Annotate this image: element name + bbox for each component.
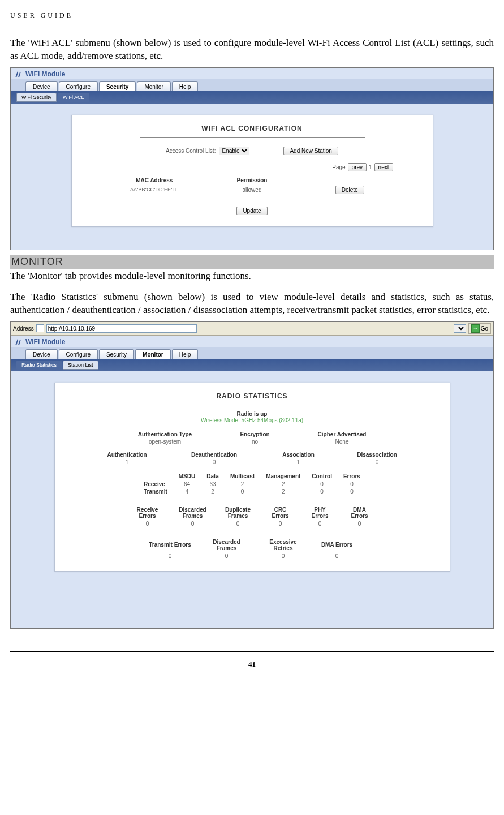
update-button[interactable]: Update	[236, 207, 267, 215]
page-label: Page	[332, 164, 345, 170]
subtab-radio-stats[interactable]: Radio Statistics	[16, 361, 62, 370]
wireless-mode: Wireless Mode: 5GHz 54Mbps (802.11a)	[77, 417, 427, 423]
screenshot-radio-stats: Address → Go WiFi Module Device Configur…	[10, 321, 494, 629]
main-tab-row: Device Configure Security Monitor Help	[11, 79, 493, 91]
sub-tab-row: WiFi Security WiFi ACL	[11, 91, 493, 104]
encryption-header: Encryption	[230, 431, 281, 437]
para-wifi-acl: The 'WiFi ACL' submenu (shown below) is …	[10, 37, 494, 63]
go-button[interactable]: → Go	[468, 323, 491, 334]
disassoc-value: 0	[349, 459, 406, 465]
page-icon	[36, 324, 44, 332]
auth-value: 1	[99, 459, 156, 465]
prev-button[interactable]: prev	[348, 163, 367, 171]
deauth-value: 0	[180, 459, 248, 465]
tab-help[interactable]: Help	[172, 349, 199, 359]
screenshot-wifi-acl: WiFi Module Device Configure Security Mo…	[10, 67, 494, 250]
tx-errors-table: Transmit Errors Discarded Frames Excessi…	[142, 538, 363, 560]
tab-monitor[interactable]: Monitor	[135, 349, 171, 359]
app-logo-icon	[14, 70, 22, 78]
address-bar: Address → Go	[11, 322, 493, 336]
cipher-value: None	[305, 439, 379, 445]
acl-label: Access Control List:	[166, 148, 216, 154]
tab-security[interactable]: Security	[99, 349, 134, 359]
acl-select[interactable]: Enable	[219, 147, 249, 155]
tab-device[interactable]: Device	[25, 349, 58, 359]
auth-header: Authentication	[99, 452, 156, 458]
mac-value[interactable]: AA:BB:CC:DD:EE:FF	[111, 187, 198, 192]
address-label: Address	[13, 325, 34, 332]
rx-errors-table: Receive Errors Discarded Frames Duplicat…	[125, 505, 380, 527]
tab-configure[interactable]: Configure	[59, 82, 98, 91]
app-title: WiFi Module	[25, 338, 66, 346]
page-number-value: 1	[369, 164, 372, 170]
section-monitor-heading: MONITOR	[10, 255, 494, 269]
subtab-wifi-acl[interactable]: WiFi ACL	[58, 93, 89, 102]
tab-monitor[interactable]: Monitor	[137, 82, 170, 91]
sub-tab-row: Radio Statistics Station List	[11, 359, 493, 371]
disassoc-header: Disassociation	[349, 452, 406, 458]
perm-value: allowed	[209, 187, 295, 193]
address-dropdown[interactable]	[454, 324, 466, 333]
radio-stats-panel: RADIO STATISTICS Radio is up Wireless Mo…	[54, 383, 450, 572]
acl-panel: WIFI ACL CONFIGURATION Access Control Li…	[71, 115, 433, 227]
rx-tx-table: MSDU Data Multicast Management Control E…	[138, 472, 366, 495]
next-button[interactable]: next	[374, 163, 393, 171]
main-tab-row: Device Configure Security Monitor Help	[11, 347, 493, 359]
tab-device[interactable]: Device	[25, 82, 58, 91]
assoc-value: 1	[273, 459, 324, 465]
cipher-header: Cipher Advertised	[305, 431, 379, 437]
subtab-wifi-security[interactable]: WiFi Security	[16, 93, 57, 102]
para-monitor-intro: The 'Monitor' tab provides module-level …	[10, 270, 494, 283]
auth-type-value: open-system	[126, 439, 205, 445]
footer-divider	[10, 651, 494, 652]
app-logo-icon	[14, 338, 22, 346]
para-radio-stats: The 'Radio Statistics' submenu (shown be…	[10, 291, 494, 317]
address-input[interactable]	[46, 324, 197, 333]
perm-header: Permission	[209, 177, 295, 183]
acl-panel-title: WIFI ACL CONFIGURATION	[140, 125, 365, 138]
subtab-station-list[interactable]: Station List	[63, 361, 98, 370]
page-number: 41	[0, 660, 504, 669]
go-arrow-icon: →	[471, 324, 480, 333]
radio-panel-title: RADIO STATISTICS	[134, 392, 371, 405]
app-title: WiFi Module	[25, 70, 66, 78]
delete-button[interactable]: Delete	[335, 186, 364, 194]
tab-security[interactable]: Security	[99, 82, 136, 91]
assoc-header: Association	[273, 452, 324, 458]
auth-type-header: Authentication Type	[126, 431, 205, 437]
tab-configure[interactable]: Configure	[59, 349, 98, 359]
radio-status: Radio is up	[77, 411, 427, 417]
mac-header: MAC Address	[111, 177, 198, 183]
deauth-header: Deauthentication	[180, 452, 248, 458]
add-station-button[interactable]: Add New Station	[283, 147, 338, 155]
encryption-value: no	[230, 439, 281, 445]
page-header: USER GUIDE	[10, 11, 494, 20]
tab-help[interactable]: Help	[172, 82, 199, 91]
